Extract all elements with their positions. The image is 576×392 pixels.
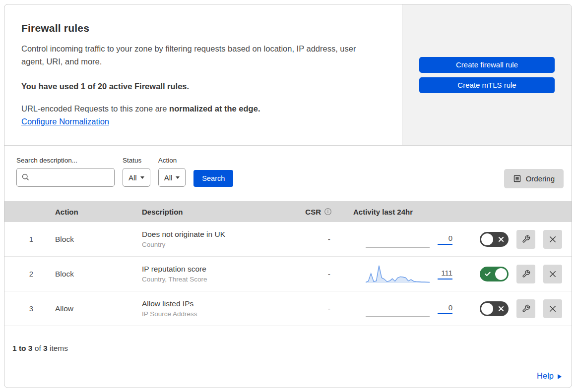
pagination-range: 1 to 3 [12,344,32,353]
status-filter-group: Status All [123,157,150,187]
rule-activity-cell: 0 [348,229,465,249]
status-filter-label: Status [123,157,150,164]
edit-rule-button[interactable] [516,299,535,318]
create-mtls-rule-button[interactable]: Create mTLS rule [419,77,555,93]
help-link-label: Help [537,371,554,381]
wrench-icon [522,235,530,243]
search-button[interactable]: Search [193,170,233,187]
help-link[interactable]: Help [537,371,562,381]
column-csr-label: CSR [305,208,321,216]
toggle-knob [481,303,493,315]
filter-bar: Search description... Status All Action … [4,146,572,201]
toggle-knob [481,233,493,245]
ordering-button-label: Ordering [526,174,555,183]
wrench-icon [522,270,530,278]
arrow-right-icon [558,374,562,379]
activity-sparkline [366,264,430,284]
firewall-rules-card: Firewall rules Control incoming traffic … [4,4,572,388]
column-csr: CSR [294,208,348,216]
actions-panel: Create firewall rule Create mTLS rule [402,4,572,145]
help-bar: Help [4,364,572,388]
list-document-icon [513,174,521,183]
column-activity: Activity last 24hr [348,208,465,216]
search-input[interactable] [16,168,115,187]
rule-priority: 1 [4,235,49,243]
pagination-total: 3 [43,344,48,353]
header-section: Firewall rules Control incoming traffic … [4,4,572,146]
info-icon[interactable] [324,208,332,216]
delete-rule-button[interactable] [543,299,562,318]
table-row: 1 Block Does not originate in UK Country… [4,222,572,257]
activity-count-link[interactable]: 0 [438,234,452,245]
rule-criteria: Country, Threat Score [142,276,288,283]
chevron-down-icon [176,176,180,179]
close-icon [548,304,557,313]
delete-rule-button[interactable] [543,230,562,249]
rule-activity-cell: 111 [348,264,465,284]
rule-criteria: IP Source Address [142,310,288,318]
page-description: Control incoming traffic to your zone by… [21,42,374,68]
toggle-knob [495,268,507,280]
rule-description: Allow listed IPs [142,299,288,308]
rule-action: Allow [49,304,136,313]
wrench-icon [522,304,530,313]
rule-activity-cell: 0 [348,299,465,319]
usage-summary: You have used 1 of 20 active Firewall ru… [21,82,382,91]
search-field-group: Search description... [16,157,115,187]
rule-priority: 2 [4,270,49,278]
normalization-bold-text: normalized at the edge. [169,104,260,113]
create-firewall-rule-button[interactable]: Create firewall rule [419,57,555,73]
edit-rule-button[interactable] [516,265,535,283]
rule-csr-value: - [294,270,348,279]
activity-flatline [366,299,430,319]
rule-csr-value: - [294,235,348,244]
action-filter-label: Action [158,157,186,164]
configure-normalization-link[interactable]: Configure Normalization [21,117,109,126]
x-icon [498,236,505,243]
page-title: Firewall rules [21,22,382,34]
rule-csr-value: - [294,304,348,313]
header-text-panel: Firewall rules Control incoming traffic … [4,4,402,145]
rule-criteria: Country [142,241,288,248]
rule-priority: 3 [4,304,49,313]
table-row: 2 Block IP reputation score Country, Thr… [4,257,572,291]
delete-rule-button[interactable] [543,265,562,283]
action-filter-value: All [164,173,173,182]
pagination-items-word: items [50,344,68,353]
edit-rule-button[interactable] [516,230,535,249]
status-filter-select[interactable]: All [123,168,150,187]
rule-description: IP reputation score [142,265,288,274]
column-action: Action [49,208,136,216]
action-filter-group: Action All [158,157,186,187]
search-field-label: Search description... [16,157,115,164]
rule-action: Block [49,270,136,279]
pagination-summary: 1 to 3 of 3 items [4,326,572,364]
status-filter-value: All [128,173,137,182]
activity-flatline [366,229,430,249]
check-icon [484,271,491,278]
table-row: 3 Allow Allow listed IPs IP Source Addre… [4,291,572,326]
rule-enabled-toggle[interactable] [480,267,509,281]
close-icon [548,270,557,279]
activity-count-link[interactable]: 0 [438,303,452,314]
rule-description: Does not originate in UK [142,230,288,239]
ordering-button[interactable]: Ordering [504,169,564,188]
rule-enabled-toggle[interactable] [480,232,509,247]
column-description: Description [136,208,294,216]
table-header-row: Action Description CSR Activity last 24h… [4,201,572,222]
normalization-note: URL-encoded Requests to this zone are no… [21,104,382,113]
rule-enabled-toggle[interactable] [480,301,509,316]
activity-count-link[interactable]: 111 [438,269,452,280]
close-icon [548,235,557,244]
x-icon [498,305,505,312]
rule-action: Block [49,235,136,244]
normalization-text: URL-encoded Requests to this zone are [21,104,169,113]
chevron-down-icon [140,176,144,179]
pagination-of: of [35,344,41,353]
action-filter-select[interactable]: All [158,168,186,187]
search-icon [21,173,30,181]
